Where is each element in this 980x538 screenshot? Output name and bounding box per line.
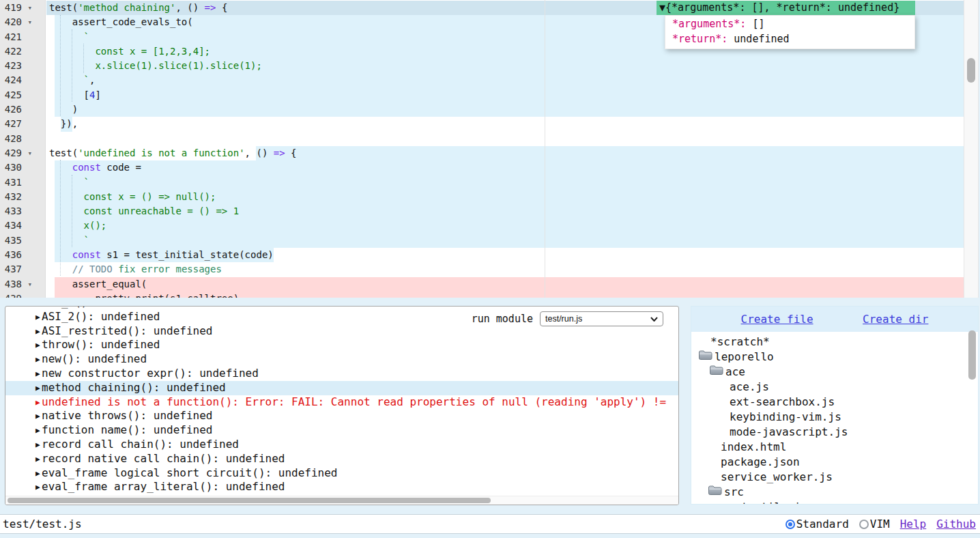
keybinding-radio-standard[interactable]: Standard bbox=[786, 518, 849, 530]
run-module-select[interactable]: test/run.js bbox=[540, 311, 663, 326]
expand-triangle-icon[interactable]: ▶ bbox=[35, 325, 42, 339]
expand-triangle-icon[interactable]: ▶ bbox=[35, 382, 42, 396]
expand-triangle-icon[interactable]: ▶ bbox=[35, 353, 42, 367]
line-number: 435 bbox=[0, 233, 45, 248]
tree-file[interactable]: keybinding-vim.js bbox=[691, 410, 978, 425]
folder-icon bbox=[698, 350, 712, 360]
fold-toggle-icon[interactable]: ▾ bbox=[27, 277, 32, 292]
code-line: // TODO fix error messages bbox=[46, 262, 964, 277]
test-result-row[interactable]: ▶throw(): undefined bbox=[5, 338, 678, 352]
indent-guide bbox=[83, 44, 84, 73]
expand-triangle-icon[interactable]: ▶ bbox=[35, 339, 42, 353]
tree-file[interactable]: service_worker.js bbox=[691, 470, 978, 485]
code-editor[interactable]: 419▾420▾421422423424425426427428429▾4304… bbox=[0, 0, 979, 298]
test-output-panel: ▶ASI_1(): undefined▶ASI_2(): undefined▶A… bbox=[5, 306, 679, 505]
test-result-row[interactable]: ▶new(): undefined bbox=[5, 352, 678, 367]
keybinding-radio-vim[interactable]: VIM bbox=[859, 518, 890, 530]
fold-toggle-icon[interactable]: ▾ bbox=[27, 146, 32, 160]
tree-file[interactable]: *scratch* bbox=[691, 335, 978, 350]
code-line: `, bbox=[46, 73, 964, 87]
code-line: const s1 = test_initial_state(code) bbox=[46, 248, 964, 262]
test-result-row[interactable]: ▶eval_frame array_literal(): undefined bbox=[5, 480, 678, 494]
expand-triangle-icon[interactable]: ▶ bbox=[35, 367, 42, 382]
help-link[interactable]: Help bbox=[900, 518, 927, 530]
code-line: x.slice(1).slice(1).slice(1); bbox=[46, 59, 964, 73]
line-number: 419▾ bbox=[0, 1, 45, 15]
create-dir-link[interactable]: Create dir bbox=[863, 313, 928, 326]
line-number: 426 bbox=[0, 102, 45, 117]
line-number: 430 bbox=[0, 160, 45, 175]
tree-file[interactable]: index.html bbox=[691, 440, 978, 455]
line-number: 427 bbox=[0, 117, 45, 131]
code-line: x(); bbox=[46, 218, 964, 233]
code-line: }), bbox=[46, 117, 964, 131]
github-link[interactable]: Github bbox=[936, 518, 976, 530]
tree-scrollbar-thumb[interactable] bbox=[968, 330, 976, 380]
indent-guide bbox=[72, 29, 72, 102]
print-margin-line bbox=[545, 0, 545, 298]
output-horizontal-scrollbar[interactable] bbox=[5, 496, 678, 505]
tree-scrollbar[interactable] bbox=[968, 330, 976, 504]
tooltip-entry: *arguments*: [] bbox=[665, 16, 914, 31]
line-number: 422 bbox=[0, 44, 45, 59]
expand-triangle-icon[interactable]: ▶ bbox=[35, 424, 42, 438]
expand-triangle-icon[interactable]: ▶ bbox=[35, 396, 42, 410]
test-result-row[interactable]: ▶function name(): undefined bbox=[5, 423, 678, 438]
tree-file[interactable]: mode-javascript.js bbox=[691, 425, 978, 440]
status-bar: test/test.js StandardVIMHelpGithub bbox=[0, 514, 980, 534]
create-file-link[interactable]: Create file bbox=[741, 313, 813, 326]
code-line: pretty_print(s1.calltree) bbox=[46, 292, 964, 298]
code-line: const x = () => null(); bbox=[46, 190, 964, 204]
tree-file[interactable]: ast_utils.js bbox=[691, 500, 978, 505]
line-number: 433 bbox=[0, 204, 45, 218]
editor-gutter: 419▾420▾421422423424425426427428429▾4304… bbox=[0, 0, 46, 298]
tree-folder[interactable]: src bbox=[691, 485, 978, 500]
line-number: 432 bbox=[0, 190, 45, 204]
expand-triangle-icon[interactable]: ▶ bbox=[35, 453, 42, 467]
folder-icon bbox=[709, 365, 723, 376]
fold-toggle-icon[interactable]: ▾ bbox=[27, 15, 32, 29]
line-number: 424 bbox=[0, 73, 45, 87]
code-line: ) bbox=[46, 102, 964, 117]
tree-folder[interactable]: leporello bbox=[691, 350, 978, 365]
tree-file[interactable]: ace.js bbox=[691, 380, 978, 395]
line-number: 420▾ bbox=[0, 15, 45, 29]
tooltip-header[interactable]: ▼{*arguments*: [], *return*: undefined} bbox=[657, 1, 915, 15]
test-result-row[interactable]: ▶undefined is not a function(): Error: F… bbox=[5, 395, 678, 410]
code-line bbox=[46, 132, 964, 146]
tree-folder[interactable]: ace bbox=[691, 365, 978, 380]
editor-scrollbar-thumb[interactable] bbox=[967, 58, 975, 83]
line-number: 421 bbox=[0, 30, 45, 44]
code-line: [4] bbox=[46, 88, 964, 102]
expand-triangle-icon[interactable]: ▶ bbox=[35, 467, 42, 481]
editor-scrollbar[interactable] bbox=[964, 0, 979, 298]
test-result-row[interactable]: ▶native throws(): undefined bbox=[5, 409, 678, 423]
expand-triangle-icon[interactable]: ▶ bbox=[35, 481, 42, 495]
output-scrollbar-thumb[interactable] bbox=[8, 498, 491, 503]
expand-triangle-icon[interactable]: ▶ bbox=[35, 311, 42, 325]
indent-guide bbox=[60, 160, 61, 276]
radio-unselected-icon[interactable] bbox=[859, 520, 869, 529]
test-result-row[interactable]: ▶method chaining(): undefined bbox=[5, 381, 678, 395]
code-line: test('undefined is not a function', () =… bbox=[46, 146, 964, 160]
test-result-row[interactable]: ▶record call chain(): undefined bbox=[5, 438, 678, 452]
tooltip-entry: *return*: undefined bbox=[665, 31, 914, 46]
line-number: 438▾ bbox=[0, 277, 45, 292]
expand-triangle-icon[interactable]: ▶ bbox=[35, 438, 42, 453]
test-result-row[interactable]: ▶eval_frame logical short circuit(): und… bbox=[5, 466, 678, 481]
file-tree-panel: Create file Create dir *scratch*leporell… bbox=[691, 306, 979, 505]
fold-toggle-icon[interactable]: ▾ bbox=[27, 1, 32, 15]
expand-triangle-icon[interactable]: ▶ bbox=[35, 410, 42, 424]
line-number: 439 bbox=[0, 292, 45, 298]
file-tree-header: Create file Create dir bbox=[691, 307, 978, 332]
line-number: 437 bbox=[0, 262, 45, 277]
code-line: const unreachable = () => 1 bbox=[46, 204, 964, 218]
tree-file[interactable]: package.json bbox=[691, 455, 978, 470]
value-tooltip: ▼{*arguments*: [], *return*: undefined} … bbox=[657, 1, 915, 49]
radio-selected-icon[interactable] bbox=[786, 520, 795, 529]
tree-file[interactable]: ext-searchbox.js bbox=[691, 395, 978, 410]
test-result-row[interactable]: ▶record native call chain(): undefined bbox=[5, 452, 678, 466]
code-line: ` bbox=[46, 175, 964, 190]
test-result-row[interactable]: ▶new constructor expr(): undefined bbox=[5, 367, 678, 381]
line-number: 436 bbox=[0, 248, 45, 262]
